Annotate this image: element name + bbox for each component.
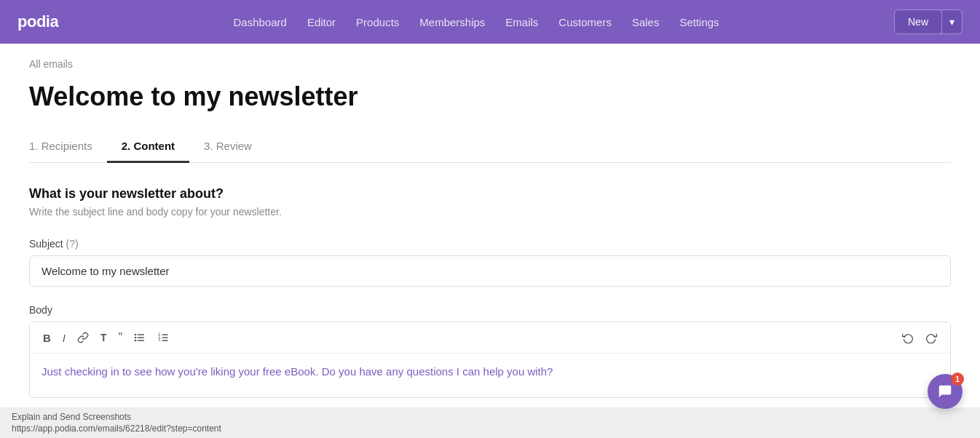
nav-link-products[interactable]: Products — [356, 16, 399, 28]
bold-button[interactable]: B — [39, 329, 55, 347]
svg-point-2 — [135, 337, 137, 339]
editor-body[interactable]: Just checking in to see how you're likin… — [30, 354, 950, 397]
section-title: What is your newsletter about? — [29, 186, 951, 202]
page-title: Welcome to my newsletter — [29, 81, 951, 112]
subject-help: (?) — [66, 238, 79, 250]
tab-recipients[interactable]: 1. Recipients — [29, 132, 107, 163]
svg-rect-5 — [138, 340, 144, 341]
redo-icon — [925, 332, 937, 343]
new-button-dropdown[interactable]: ▾ — [941, 10, 962, 33]
logo: podia — [17, 12, 58, 31]
list-ordered-icon: 1. 2. 3. — [157, 332, 169, 343]
svg-point-0 — [135, 334, 137, 336]
list-unordered-button[interactable] — [130, 329, 150, 346]
subject-input[interactable] — [29, 255, 951, 287]
chat-bubble[interactable]: 1 — [928, 374, 963, 409]
subject-label: Subject (?) — [29, 238, 951, 250]
nav-link-editor[interactable]: Editor — [307, 16, 336, 28]
list-unordered-icon — [134, 332, 146, 343]
italic-button[interactable]: I — [58, 329, 70, 347]
svg-rect-3 — [138, 337, 144, 338]
nav-link-memberships[interactable]: Memberships — [419, 16, 485, 28]
nav-bar: podia Dashboard Editor Products Membersh… — [0, 0, 980, 44]
nav-link-sales[interactable]: Sales — [632, 16, 660, 28]
undo-button[interactable] — [898, 329, 918, 346]
format-button[interactable]: T — [96, 329, 111, 346]
tab-content[interactable]: 2. Content — [107, 132, 189, 163]
new-button-group: New ▾ — [894, 9, 963, 34]
svg-point-4 — [135, 340, 137, 342]
nav-link-settings[interactable]: Settings — [679, 16, 719, 28]
redo-button[interactable] — [921, 329, 941, 346]
svg-rect-1 — [138, 334, 144, 335]
svg-text:3.: 3. — [159, 338, 162, 342]
svg-rect-7 — [162, 334, 168, 335]
nav-link-customers[interactable]: Customers — [558, 16, 612, 28]
link-icon — [77, 332, 89, 343]
section-description: Write the subject line and body copy for… — [29, 206, 951, 218]
main-content: All emails Welcome to my newsletter 1. R… — [0, 44, 980, 427]
svg-rect-11 — [162, 340, 168, 341]
tab-review[interactable]: 3. Review — [189, 132, 266, 163]
quote-button[interactable]: " — [114, 328, 127, 347]
editor-toolbar: B I T " 1. 2. — [30, 322, 950, 354]
editor-wrapper: B I T " 1. 2. — [29, 322, 951, 398]
chat-badge: 1 — [951, 373, 964, 386]
new-button[interactable]: New — [895, 10, 941, 33]
undo-icon — [902, 332, 914, 343]
link-button[interactable] — [73, 329, 93, 346]
bottom-bar-line1: Explain and Send Screenshots — [12, 412, 968, 422]
bottom-bar-line2: https://app.podia.com/emails/62218/edit?… — [12, 423, 968, 427]
nav-link-dashboard[interactable]: Dashboard — [234, 16, 287, 28]
bottom-bar: Explain and Send Screenshots https://app… — [0, 407, 980, 427]
nav-links: Dashboard Editor Products Memberships Em… — [82, 16, 871, 28]
svg-rect-9 — [162, 337, 168, 338]
nav-actions: New ▾ — [894, 9, 963, 34]
breadcrumb: All emails — [29, 58, 951, 70]
list-ordered-button[interactable]: 1. 2. 3. — [153, 329, 173, 346]
nav-link-emails[interactable]: Emails — [505, 16, 538, 28]
body-label: Body — [29, 304, 951, 316]
chat-icon — [937, 383, 953, 399]
tabs: 1. Recipients 2. Content 3. Review — [29, 132, 951, 163]
